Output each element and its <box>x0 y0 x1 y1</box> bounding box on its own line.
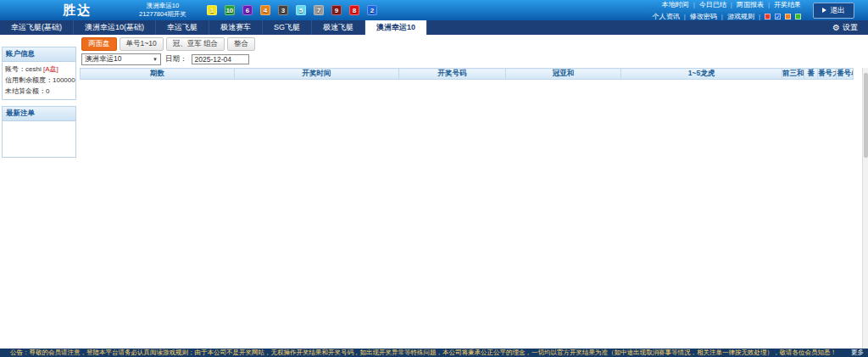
header-links: 本地时间|今日已结|两面报表|开奖结果 个人资讯|修改密码|游戏规则|✓ <box>653 0 801 21</box>
main-panel: 两面盘单号1~10冠、亚军 组合整合 澳洲幸运10 ▼ 日期： 2025-12-… <box>80 35 868 357</box>
col-fan-parity: 番号单双 <box>837 69 854 80</box>
link-separator: | <box>759 13 760 20</box>
sidebar: 账户信息 账号：ceshi [A盘]信用剩余额度：100000未结算金额：0 最… <box>2 47 76 164</box>
header-ball-7: 7 <box>314 5 324 15</box>
account-field-tag: [A盘] <box>42 65 58 73</box>
footer-notice: 公告：尊敬的会员请注意，登陆本平台请务必认真阅读游戏规则；由于本公司不是开奖网站… <box>0 349 847 357</box>
header-ball-9: 9 <box>331 5 342 15</box>
date-label: 日期： <box>165 54 187 64</box>
subnav-tab-0[interactable]: 两面盘 <box>81 37 117 51</box>
settings-label: 设置 <box>843 22 858 33</box>
subnav-tab-1[interactable]: 单号1~10 <box>120 37 164 51</box>
header-link[interactable]: 开奖结果 <box>774 0 801 9</box>
account-field-value: 0 <box>46 87 49 95</box>
header-ball-1: 1 <box>207 5 217 15</box>
header-ball-4: 4 <box>260 5 270 15</box>
header-links-row1: 本地时间|今日已结|两面报表|开奖结果 <box>653 0 801 9</box>
header-ball-2: 2 <box>367 5 377 15</box>
current-draw-period: 21277804期开奖 <box>139 10 186 19</box>
orders-panel-body <box>3 121 75 157</box>
header-link[interactable]: 本地时间 <box>662 0 689 9</box>
subnav-tab-2[interactable]: 冠、亚军 组合 <box>166 37 225 51</box>
nav-tab-2[interactable]: 幸运飞艇 <box>156 20 209 35</box>
gear-icon: ⚙ <box>832 23 840 32</box>
account-panel: 账户信息 账号：ceshi [A盘]信用剩余额度：100000未结算金额：0 <box>2 47 76 100</box>
nav-tab-1[interactable]: 澳洲幸运10(基础) <box>74 20 156 35</box>
header-ball-3: 3 <box>278 5 288 15</box>
account-field: 账号：ceshi [A盘] <box>5 64 73 75</box>
scrollbar-thumb[interactable] <box>864 73 868 158</box>
nav-tab-3[interactable]: 极速赛车 <box>209 20 263 35</box>
header-ball-5: 5 <box>296 5 306 15</box>
nav-tab-4[interactable]: SG飞艇 <box>263 20 312 35</box>
footer-bar: 公告：尊敬的会员请注意，登陆本平台请务必认真阅读游戏规则；由于本公司不是开奖网站… <box>0 349 868 357</box>
link-separator: | <box>684 13 686 20</box>
theme-swatch[interactable] <box>765 14 771 20</box>
orders-panel-title: 最新注单 <box>3 107 75 121</box>
game-select-value: 澳洲幸运10 <box>85 54 121 64</box>
header-link[interactable]: 个人资讯 <box>653 12 680 21</box>
col-dragon-tiger-group: 1~5龙虎 <box>621 69 782 80</box>
logout-label: 退出 <box>830 5 845 16</box>
theme-swatch[interactable] <box>795 14 801 20</box>
account-field-value: ceshi <box>25 65 42 73</box>
header-link[interactable]: 两面报表 <box>737 0 764 9</box>
orders-panel: 最新注单 <box>2 106 76 158</box>
settings-button[interactable]: ⚙ 设置 <box>832 20 858 35</box>
col-time: 开奖时间 <box>235 69 399 80</box>
link-separator: | <box>693 1 695 8</box>
col-period: 期数 <box>81 69 235 80</box>
account-field-value: 100000 <box>53 76 75 84</box>
header-links-row2: 个人资讯|修改密码|游戏规则|✓ <box>653 12 801 21</box>
header-balls: 11064357982 <box>207 5 377 15</box>
game-select[interactable]: 澳洲幸运10 ▼ <box>81 53 161 65</box>
subnav-tab-3[interactable]: 整合 <box>227 37 255 51</box>
subnav-tabs: 两面盘单号1~10冠、亚军 组合整合 <box>81 37 868 51</box>
nav-tab-5[interactable]: 极速飞艇 <box>312 20 365 35</box>
header-ball-10: 10 <box>225 5 235 15</box>
link-separator: | <box>721 13 723 20</box>
account-field: 未结算金额：0 <box>5 86 73 98</box>
nav-bar: 幸运飞艇(基础)澳洲幸运10(基础)幸运飞艇极速赛车SG飞艇极速飞艇澳洲幸运10… <box>0 20 868 35</box>
account-fields: 账号：ceshi [A盘]信用剩余额度：100000未结算金额：0 <box>3 62 75 99</box>
header-ball-8: 8 <box>349 5 359 15</box>
vertical-scrollbar[interactable]: ▼ <box>862 68 868 357</box>
header-ball-6: 6 <box>242 5 253 15</box>
results-table: 期数 开奖时间 开奖号码 冠亚和 1~5龙虎 前三和值 番 番号大小 番号单双 <box>80 68 854 80</box>
nav-tab-0[interactable]: 幸运飞艇(基础) <box>0 20 74 35</box>
date-input[interactable]: 2025-12-04 <box>192 54 249 64</box>
header-link[interactable]: 修改密码 <box>690 12 717 21</box>
account-field: 信用剩余额度：100000 <box>5 75 73 86</box>
app-logo: 胜达 <box>63 3 92 19</box>
nav-tab-6[interactable]: 澳洲幸运10 <box>365 20 427 35</box>
col-fan: 番 <box>804 69 818 80</box>
account-field-label: 未结算金额： <box>5 87 46 95</box>
theme-swatch[interactable]: ✓ <box>775 14 781 20</box>
results-table-wrap: 期数 开奖时间 开奖号码 冠亚和 1~5龙虎 前三和值 番 番号大小 番号单双 … <box>80 68 868 357</box>
account-field-label: 账号： <box>5 65 25 73</box>
table-header-row: 期数 开奖时间 开奖号码 冠亚和 1~5龙虎 前三和值 番 番号大小 番号单双 <box>81 69 854 80</box>
content-area: 账户信息 账号：ceshi [A盘]信用剩余额度：100000未结算金额：0 最… <box>0 35 868 357</box>
footer-more-link[interactable]: 更多 <box>851 349 864 357</box>
nav-tabs: 幸运飞艇(基础)澳洲幸运10(基础)幸运飞艇极速赛车SG飞艇极速飞艇澳洲幸运10 <box>0 20 427 35</box>
col-numbers: 开奖号码 <box>399 69 506 80</box>
header-link[interactable]: 游戏规则 <box>727 12 754 21</box>
header-link[interactable]: 今日已结 <box>699 0 726 9</box>
link-separator: | <box>731 1 732 8</box>
link-separator: | <box>768 1 770 8</box>
col-fan-size: 番号大小 <box>818 69 837 80</box>
account-field-label: 信用剩余额度： <box>5 76 53 84</box>
current-draw-info: 澳洲幸运10 21277804期开奖 <box>139 2 186 19</box>
top-bar: 胜达 澳洲幸运10 21277804期开奖 11064357982 本地时间|今… <box>0 0 868 20</box>
account-panel-title: 账户信息 <box>3 47 75 62</box>
col-sum-group: 冠亚和 <box>506 69 621 80</box>
theme-swatch[interactable] <box>785 14 791 20</box>
chevron-down-icon: ▼ <box>153 57 158 62</box>
filter-row: 澳洲幸运10 ▼ 日期： 2025-12-04 <box>81 53 868 65</box>
logout-button[interactable]: 退出 <box>813 3 854 19</box>
date-value: 2025-12-04 <box>195 55 231 64</box>
col-front3: 前三和值 <box>782 69 804 80</box>
logout-icon <box>822 8 826 13</box>
current-game-name: 澳洲幸运10 <box>139 2 186 10</box>
